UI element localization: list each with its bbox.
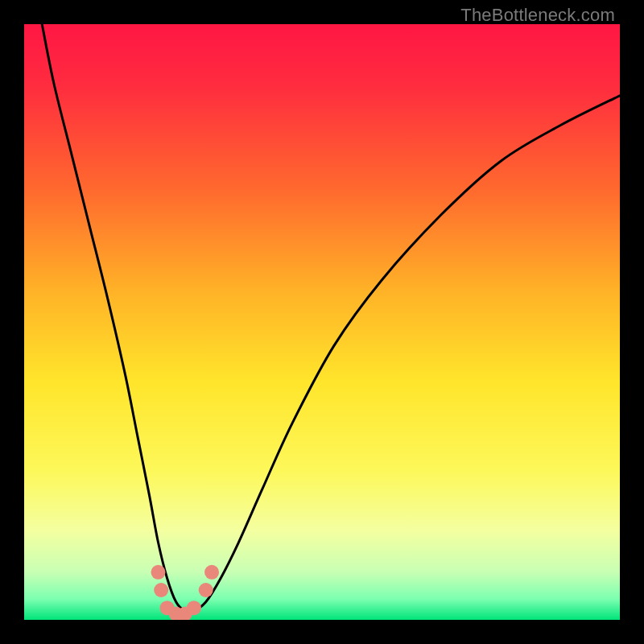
data-marker: [204, 565, 219, 580]
watermark-text: TheBottleneck.com: [460, 5, 615, 26]
chart-svg: [24, 24, 620, 620]
chart-frame: TheBottleneck.com: [0, 0, 644, 644]
plot-area: [24, 24, 620, 620]
bottleneck-curve: [42, 24, 620, 612]
data-marker: [199, 583, 213, 597]
data-markers: [151, 565, 220, 620]
data-marker: [154, 583, 168, 597]
data-marker: [187, 601, 201, 615]
data-marker: [151, 565, 166, 580]
